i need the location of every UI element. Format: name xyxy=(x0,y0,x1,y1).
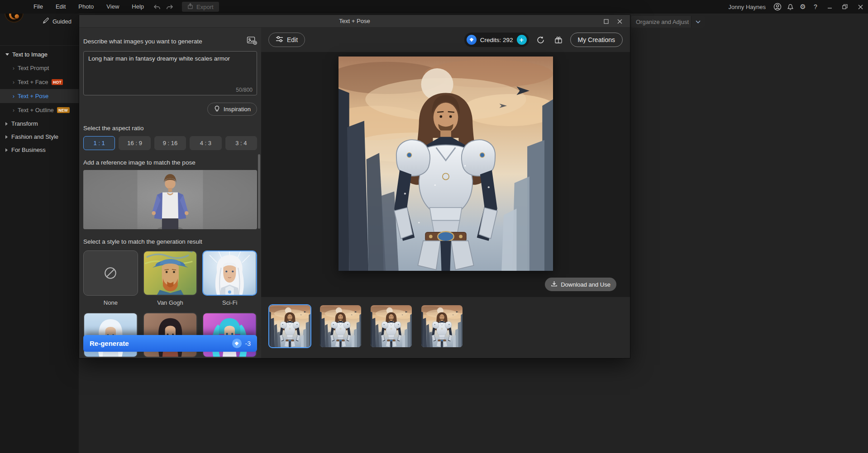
inspiration-button[interactable]: Inspiration xyxy=(207,103,257,116)
style-card-van-gogh[interactable] xyxy=(143,250,198,296)
section-label: Fashion and Style xyxy=(11,133,58,140)
guided-label: Guided xyxy=(52,18,72,25)
result-thumbnails xyxy=(268,304,463,348)
section-label: For Business xyxy=(11,146,46,153)
thumbnail-2[interactable] xyxy=(319,304,362,348)
aspect-9-16-button[interactable]: 9 : 16 xyxy=(154,136,186,150)
dialog-right-panel: Edit Credits: 292 xyxy=(261,28,630,358)
regenerate-button[interactable]: Re-generate -3 xyxy=(83,335,257,352)
download-and-use-button[interactable]: Download and Use xyxy=(545,278,616,291)
char-counter: 50/800 xyxy=(236,87,253,93)
redo-icon[interactable] xyxy=(164,1,176,13)
regenerate-label: Re-generate xyxy=(90,340,129,347)
caret-right-icon xyxy=(5,148,8,152)
dialog-body: Describe what images you want to generat… xyxy=(79,28,630,358)
menubar: File Edit Photo View Help Export Jonny H… xyxy=(0,0,868,14)
panel-scrollbar[interactable] xyxy=(258,154,260,229)
undo-icon[interactable] xyxy=(151,1,163,13)
style-label: Select a style to match the generation r… xyxy=(83,238,257,245)
sidebar: Guided Text to Image › Text Prompt › Tex… xyxy=(0,14,79,453)
add-credits-icon[interactable] xyxy=(517,35,527,45)
style-card-sci-fi[interactable] xyxy=(202,250,257,296)
sidebar-item-text-prompt[interactable]: › Text Prompt xyxy=(0,61,79,75)
menu-photo[interactable]: Photo xyxy=(72,0,100,14)
menu-file[interactable]: File xyxy=(27,0,49,14)
chevron-right-icon: › xyxy=(13,93,14,99)
window-minimize-icon[interactable] xyxy=(822,0,837,14)
download-icon xyxy=(551,280,558,288)
inspiration-label: Inspiration xyxy=(224,106,251,113)
help-icon[interactable]: ? xyxy=(809,0,822,13)
dialog-maximize-icon[interactable] xyxy=(599,15,613,28)
window-close-icon[interactable] xyxy=(853,0,868,14)
dialog-titlebar[interactable]: Text + Pose xyxy=(79,15,630,28)
gift-icon[interactable] xyxy=(553,34,564,46)
sidebar-item-text-face[interactable]: › Text + Face HOT xyxy=(0,75,79,89)
reference-label: Add a reference image to match the pose xyxy=(83,159,257,166)
edit-label: Edit xyxy=(287,36,298,43)
pose-reference-image[interactable] xyxy=(83,170,257,229)
menu-edit[interactable]: Edit xyxy=(49,0,72,14)
aspect-1-1-button[interactable]: 1 : 1 xyxy=(83,136,115,150)
export-label: Export xyxy=(196,4,214,10)
settings-gear-icon[interactable]: ⚙ xyxy=(796,0,809,13)
sidebar-section-for-business[interactable]: For Business xyxy=(0,143,79,156)
item-label: Text + Outline xyxy=(18,107,54,113)
my-creations-label: My Creations xyxy=(578,36,615,43)
credit-gem-icon xyxy=(232,339,242,348)
edit-button[interactable]: Edit xyxy=(268,33,305,47)
dialog-close-icon[interactable] xyxy=(613,15,626,28)
preview-header: Edit Credits: 292 xyxy=(261,28,630,52)
new-badge: NEW xyxy=(57,107,70,113)
style-card-none[interactable] xyxy=(83,250,138,296)
thumbnail-1[interactable] xyxy=(268,304,311,348)
aspect-4-3-button[interactable]: 4 : 3 xyxy=(190,136,221,150)
menu-view[interactable]: View xyxy=(100,0,125,14)
dialog-title-buttons xyxy=(599,15,626,28)
avatar-icon[interactable] xyxy=(771,0,784,13)
export-button[interactable]: Export xyxy=(182,2,219,12)
sidebar-section-fashion-style[interactable]: Fashion and Style xyxy=(0,130,79,143)
notifications-bell-icon[interactable] xyxy=(784,0,796,13)
export-icon xyxy=(187,3,193,10)
sliders-icon xyxy=(276,36,283,44)
section-label: Text to Image xyxy=(12,51,48,58)
regenerate-cost: -3 xyxy=(245,340,251,347)
my-creations-button[interactable]: My Creations xyxy=(570,33,623,47)
sidebar-section-text-to-image[interactable]: Text to Image xyxy=(0,47,79,61)
chevron-right-icon: › xyxy=(13,79,14,85)
chevron-right-icon: › xyxy=(13,65,14,71)
sidebar-item-text-outline[interactable]: › Text + Outline NEW xyxy=(0,103,79,117)
download-label: Download and Use xyxy=(561,281,610,288)
text-pose-dialog: Text + Pose Describe what images you wan… xyxy=(79,14,630,359)
refresh-icon[interactable] xyxy=(535,34,547,46)
chevron-right-icon: › xyxy=(13,107,14,113)
thumbnail-4[interactable] xyxy=(420,304,463,348)
caret-down-icon xyxy=(5,53,9,56)
organize-and-adjust-dropdown[interactable]: Organize and Adjust xyxy=(631,16,705,28)
none-slash-icon xyxy=(103,266,118,280)
menu-help[interactable]: Help xyxy=(125,0,150,14)
thumbnail-3[interactable] xyxy=(370,304,413,348)
credits-pill[interactable]: Credits: 292 xyxy=(464,33,529,47)
style-name-none: None xyxy=(104,299,118,306)
menu-list: File Edit Photo View Help xyxy=(27,0,150,14)
aspect-ratio-label: Select the aspect ratio xyxy=(83,125,257,132)
add-image-icon[interactable] xyxy=(247,36,257,46)
dialog-title: Text + Pose xyxy=(339,18,370,24)
lightbulb-icon xyxy=(214,105,220,113)
prompt-textarea[interactable]: Long hair man in fantasy dreamy white sc… xyxy=(83,51,257,95)
sidebar-section-transform[interactable]: Transform xyxy=(0,117,79,130)
aspect-3-4-button[interactable]: 3 : 4 xyxy=(225,136,257,150)
prompt-label: Describe what images you want to generat… xyxy=(83,38,202,45)
app-window: File Edit Photo View Help Export Jonny H… xyxy=(0,0,868,453)
menubar-right: Jonny Haynes ⚙ ? xyxy=(729,0,868,14)
caret-right-icon xyxy=(5,122,8,126)
sidebar-tree: Text to Image › Text Prompt › Text + Fac… xyxy=(0,45,79,156)
sidebar-item-text-pose[interactable]: › Text + Pose xyxy=(0,89,79,103)
chevron-down-icon xyxy=(691,16,705,28)
aspect-16-9-button[interactable]: 16 : 9 xyxy=(119,136,150,150)
section-label: Transform xyxy=(11,120,38,127)
window-restore-icon[interactable] xyxy=(837,0,853,14)
guided-button[interactable]: Guided xyxy=(43,17,72,25)
